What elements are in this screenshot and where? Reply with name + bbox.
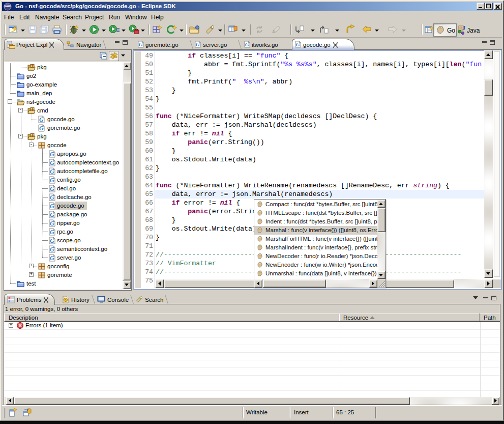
svg-text:G: G xyxy=(17,98,21,103)
svg-text:G: G xyxy=(50,177,54,184)
svg-text:G: G xyxy=(245,41,249,47)
svg-text:G: G xyxy=(50,194,54,201)
svg-text:G: G xyxy=(50,229,54,236)
svg-text:G: G xyxy=(50,203,54,210)
svg-text:G: G xyxy=(39,116,44,123)
svg-text:G: G xyxy=(39,125,44,132)
svg-text:G: G xyxy=(50,151,54,158)
svg-text:G: G xyxy=(50,185,54,192)
svg-text:G: G xyxy=(50,255,54,262)
svg-text:G: G xyxy=(50,168,54,175)
svg-text:G: G xyxy=(50,246,54,253)
svg-text:G: G xyxy=(139,41,143,47)
svg-text:G: G xyxy=(196,41,200,47)
svg-text:G: G xyxy=(50,159,54,166)
svg-text:G: G xyxy=(50,211,54,218)
svg-text:J: J xyxy=(462,25,465,32)
svg-text:G: G xyxy=(296,41,300,47)
svg-text:G: G xyxy=(50,220,54,227)
svg-text:G: G xyxy=(50,237,54,244)
